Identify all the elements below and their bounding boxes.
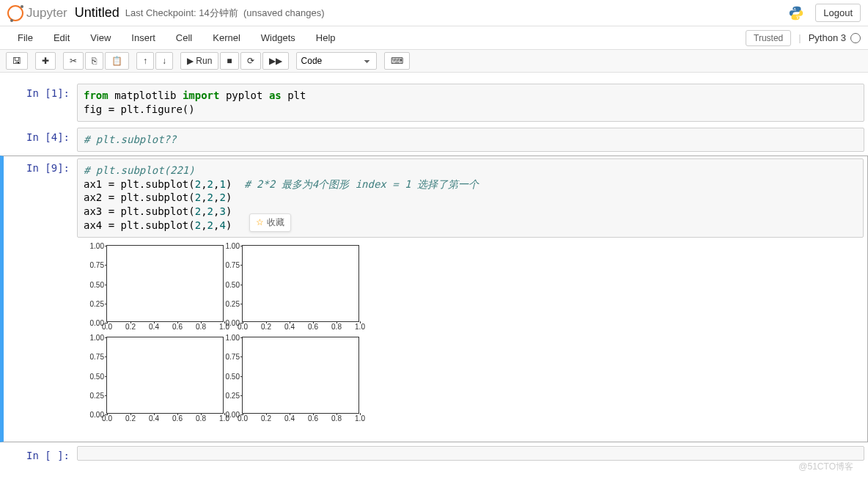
subplot-1: 0.000.250.500.751.000.00.20.40.60.81.0 <box>106 245 224 322</box>
scissors-icon: ✂ <box>70 56 77 66</box>
menubar: File Edit View Insert Cell Kernel Widget… <box>0 26 868 50</box>
jupyter-logo-icon <box>7 5 23 21</box>
arrow-down-icon: ↓ <box>162 56 166 66</box>
menu-file[interactable]: File <box>7 28 43 48</box>
menu-view[interactable]: View <box>80 28 121 48</box>
trusted-indicator[interactable]: Trusted <box>746 30 791 46</box>
plus-icon: ✚ <box>42 56 49 66</box>
restart-icon: ⟳ <box>247 56 254 66</box>
cell-output: 0.000.250.500.751.000.00.20.40.60.81.00.… <box>77 238 864 439</box>
keyboard-icon: ⌨ <box>391 56 403 66</box>
jupyter-logo[interactable]: Jupyter <box>7 5 67 21</box>
watermark-text: @51CTO博客 <box>798 461 853 473</box>
copy-button[interactable]: ⎘ <box>85 52 103 70</box>
code-editor[interactable]: # plt.subplot?? <box>77 128 864 152</box>
menu-cell[interactable]: Cell <box>166 28 202 48</box>
paste-icon: 📋 <box>111 56 122 66</box>
star-icon: ☆ <box>256 217 264 227</box>
move-up-button[interactable]: ↑ <box>136 52 154 70</box>
code-editor[interactable]: from matplotlib import pyplot as plt fig… <box>77 84 864 122</box>
menu-widgets[interactable]: Widgets <box>251 28 306 48</box>
arrow-up-icon: ↑ <box>143 56 147 66</box>
code-cell[interactable]: In [ ]: <box>0 444 868 467</box>
move-down-button[interactable]: ↓ <box>155 52 173 70</box>
kernel-status-icon <box>850 33 861 43</box>
stop-button[interactable]: ■ <box>220 52 238 70</box>
input-prompt: In [1]: <box>4 84 77 122</box>
menu-insert[interactable]: Insert <box>121 28 166 48</box>
code-editor[interactable]: # plt.subplot(221) ax1 = plt.subplot(2,2… <box>77 158 864 238</box>
stop-icon: ■ <box>227 56 232 66</box>
code-editor[interactable] <box>77 446 864 461</box>
notebook-header: Jupyter Untitled Last Checkpoint: 14分钟前 … <box>0 0 868 26</box>
input-prompt: In [ ]: <box>4 446 77 465</box>
paste-button[interactable]: 📋 <box>105 52 129 70</box>
code-cell[interactable]: In [1]: from matplotlib import pyplot as… <box>0 81 868 124</box>
copy-icon: ⎘ <box>92 56 97 66</box>
bookmark-button[interactable]: ☆ 收藏 <box>249 213 291 232</box>
save-icon: 🖫 <box>12 56 21 66</box>
code-cell-selected[interactable]: In [9]: # plt.subplot(221) ax1 = plt.sub… <box>0 156 868 442</box>
cell-type-select[interactable]: Code <box>296 52 377 70</box>
checkpoint-text: Last Checkpoint: 14分钟前 (unsaved changes) <box>125 7 325 20</box>
fast-forward-icon: ▶▶ <box>269 56 282 66</box>
toolbar: 🖫 ✚ ✂ ⎘ 📋 ↑ ↓ ▶ Run ■ ⟳ ▶▶ Code ⌨ <box>0 50 868 73</box>
menu-kernel[interactable]: Kernel <box>202 28 251 48</box>
restart-run-all-button[interactable]: ▶▶ <box>262 52 289 70</box>
subplot-output: 0.000.250.500.751.000.00.20.40.60.81.00.… <box>77 241 378 436</box>
restart-button[interactable]: ⟳ <box>240 52 261 70</box>
add-cell-button[interactable]: ✚ <box>35 52 56 70</box>
input-prompt: In [9]: <box>4 158 77 439</box>
logout-button[interactable]: Logout <box>815 4 861 22</box>
code-cell[interactable]: In [4]: # plt.subplot?? <box>0 125 868 154</box>
command-palette-button[interactable]: ⌨ <box>384 52 410 70</box>
save-button[interactable]: 🖫 <box>6 52 28 70</box>
input-prompt: In [4]: <box>4 128 77 152</box>
subplot-2: 0.000.250.500.751.000.00.20.40.60.81.0 <box>242 245 359 322</box>
menu-edit[interactable]: Edit <box>43 28 80 48</box>
play-icon: ▶ <box>187 56 194 66</box>
menu-help[interactable]: Help <box>306 28 346 48</box>
kernel-indicator[interactable]: Python 3 <box>809 32 861 43</box>
subplot-4: 0.000.250.500.751.000.00.20.40.60.81.0 <box>242 337 359 414</box>
notebook-title[interactable]: Untitled <box>75 5 119 21</box>
notebook-container: In [1]: from matplotlib import pyplot as… <box>0 73 868 476</box>
jupyter-logo-text: Jupyter <box>26 6 67 21</box>
subplot-3: 0.000.250.500.751.000.00.20.40.60.81.0 <box>106 337 224 414</box>
python-logo-icon <box>788 5 804 21</box>
run-button[interactable]: ▶ Run <box>180 52 218 70</box>
cut-button[interactable]: ✂ <box>63 52 84 70</box>
